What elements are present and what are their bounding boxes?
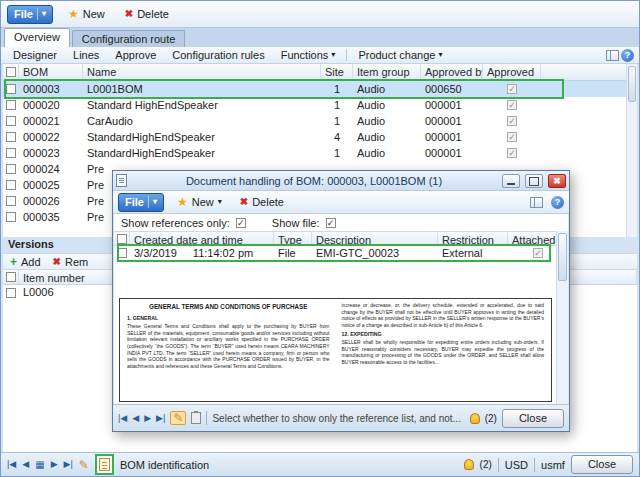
row-checkbox[interactable] <box>6 180 16 190</box>
plus-icon: + <box>10 256 17 268</box>
approved-cell: ✓ <box>483 145 541 161</box>
document-row[interactable]: 3/3/2019 11:14:02 pm File EMI-GTC_00023 … <box>114 246 568 260</box>
row-checkbox[interactable] <box>6 84 16 94</box>
dialog-title-bar[interactable]: Document handling of BOM: 000003, L0001B… <box>113 171 569 191</box>
row-checkbox[interactable] <box>6 100 16 110</box>
next-record-icon[interactable]: ▶ <box>144 414 151 423</box>
alert-count[interactable]: (2) <box>485 413 497 424</box>
dialog-close-button[interactable]: Close <box>502 409 564 428</box>
configuration-rules-button[interactable]: Configuration rules <box>165 48 271 63</box>
document-handling-icon[interactable] <box>99 458 110 471</box>
dialog-file-menu-button[interactable]: File ▾ <box>118 193 164 212</box>
delete-button[interactable]: ✖ Delete <box>120 5 174 24</box>
table-row[interactable]: 000023 StandardHighEndSpeaker 1 Audio 00… <box>3 145 637 161</box>
approved-by-column-header[interactable]: Approved by <box>421 64 483 80</box>
table-row[interactable]: 000021 CarAudio 1 Audio 000001 ✓ <box>3 113 637 129</box>
file-menu-label: File <box>125 196 144 208</box>
row-checkbox[interactable] <box>6 196 16 206</box>
site-cell: 4 <box>321 129 353 145</box>
chevron-down-icon: ▾ <box>438 51 442 59</box>
name-cell: L0001BOM <box>83 81 321 97</box>
row-select-cell <box>3 161 19 177</box>
row-select-cell <box>3 97 19 113</box>
select-all-cell <box>3 64 19 80</box>
alert-count[interactable]: (2) <box>480 459 492 470</box>
layout-icon[interactable] <box>530 197 543 208</box>
created-time: 11:14:02 pm <box>193 246 253 260</box>
bell-icon[interactable] <box>470 413 480 424</box>
remove-label: Rem <box>65 256 88 268</box>
bell-icon[interactable] <box>464 459 474 470</box>
first-record-icon[interactable]: |◀ <box>7 460 16 469</box>
name-column-header[interactable]: Name <box>83 64 321 80</box>
previous-record-icon[interactable]: ◀ <box>22 460 29 469</box>
next-record-icon[interactable]: ▶ <box>51 460 58 469</box>
help-icon[interactable]: ? <box>551 196 564 209</box>
description-column-header[interactable]: Description <box>312 232 438 245</box>
last-record-icon[interactable]: ▶| <box>64 460 73 469</box>
edit-pencil-icon[interactable]: ✎ <box>79 459 89 471</box>
created-date: 3/3/2019 <box>134 246 177 260</box>
dialog-scrollbar[interactable] <box>556 231 568 404</box>
site-column-header[interactable]: Site <box>321 64 353 80</box>
name-cell: Standard HighEndSpeaker <box>83 97 321 113</box>
select-all-checkbox[interactable] <box>117 234 127 244</box>
minimize-button[interactable] <box>502 174 520 188</box>
restriction-column-header[interactable]: Restriction <box>438 232 508 245</box>
first-record-icon[interactable]: |◀ <box>118 414 127 423</box>
table-row[interactable]: 000003 L0001BOM 1 Audio 000650 ✓ <box>3 81 637 97</box>
add-version-button[interactable]: + Add <box>10 256 41 268</box>
select-all-checkbox[interactable] <box>6 272 16 282</box>
company-indicator[interactable]: usmf <box>541 459 565 471</box>
bom-column-header[interactable]: BOM <box>19 64 83 80</box>
approved-column-header[interactable]: Approved <box>483 64 541 80</box>
dialog-delete-button[interactable]: ✖ Delete <box>235 193 289 212</box>
row-checkbox[interactable] <box>6 116 16 126</box>
row-checkbox[interactable] <box>6 164 16 174</box>
select-all-checkbox[interactable] <box>6 67 16 77</box>
tab-overview[interactable]: Overview <box>4 28 70 47</box>
edit-pencil-icon[interactable]: ✎ <box>173 412 183 424</box>
row-checkbox[interactable] <box>6 132 16 142</box>
lines-button[interactable]: Lines <box>66 48 106 63</box>
row-checkbox[interactable] <box>6 148 16 158</box>
site-cell: 1 <box>321 113 353 129</box>
row-checkbox[interactable] <box>117 248 127 258</box>
close-window-button[interactable]: ✖ <box>548 174 566 188</box>
tab-configuration-route[interactable]: Configuration route <box>72 30 186 47</box>
layout-icon[interactable] <box>606 50 619 61</box>
item-group-column-header[interactable]: Item group <box>353 64 421 80</box>
product-change-menu-button[interactable]: Product change ▾ <box>351 48 449 63</box>
dialog-title: Document handling of BOM: 000003, L0001B… <box>131 175 497 187</box>
file-menu-button[interactable]: File ▾ <box>7 5 53 24</box>
close-button[interactable]: Close <box>571 455 633 474</box>
clipboard-icon[interactable] <box>191 412 201 424</box>
approve-label: Approve <box>115 48 156 63</box>
grid-scrollbar[interactable] <box>626 64 637 237</box>
currency-indicator[interactable]: USD <box>505 459 528 471</box>
new-button[interactable]: ★ New <box>63 5 110 24</box>
item-group-cell: Audio <box>353 97 421 113</box>
show-file-checkbox[interactable]: ✓ <box>326 218 336 228</box>
approve-button[interactable]: Approve <box>108 48 163 63</box>
row-checkbox[interactable] <box>6 212 16 222</box>
delete-label: Delete <box>252 196 284 208</box>
approved-checkbox: ✓ <box>507 100 517 110</box>
show-references-checkbox[interactable]: ✓ <box>236 218 246 228</box>
type-column-header[interactable]: Type <box>274 232 312 245</box>
created-column-header[interactable]: Created date and time <box>130 232 274 245</box>
approved-cell: ✓ <box>483 81 541 97</box>
row-select-cell <box>3 113 19 129</box>
grid-view-icon[interactable]: ▦ <box>35 460 44 470</box>
row-checkbox[interactable] <box>6 288 16 298</box>
previous-record-icon[interactable]: ◀ <box>132 414 139 423</box>
dialog-new-button[interactable]: ★ New ▾ <box>172 193 227 212</box>
help-icon[interactable]: ? <box>621 49 634 62</box>
table-row[interactable]: 000020 Standard HighEndSpeaker 1 Audio 0… <box>3 97 637 113</box>
maximize-button[interactable] <box>525 174 543 188</box>
last-record-icon[interactable]: ▶| <box>156 414 165 423</box>
table-row[interactable]: 000022 StandardHighEndSpeaker 4 Audio 00… <box>3 129 637 145</box>
functions-menu-button[interactable]: Functions ▾ <box>274 48 343 63</box>
remove-version-button[interactable]: ✖ Rem <box>53 256 89 268</box>
designer-button[interactable]: Designer <box>6 48 64 63</box>
